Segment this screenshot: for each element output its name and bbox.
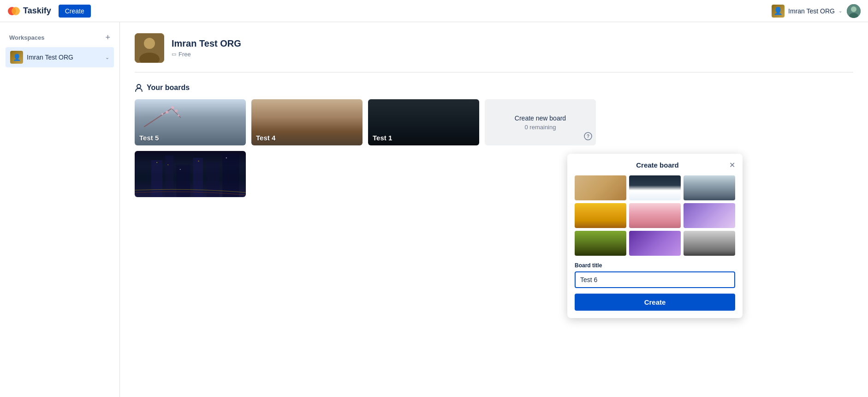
header-org-name: Imran Test ORG — [788, 7, 835, 15]
header-user-avatar[interactable] — [847, 4, 861, 18]
board-card-test4[interactable]: Test 4 — [251, 99, 363, 145]
board-card-test1[interactable]: Test 1 — [368, 99, 479, 145]
org-info: Imran Test ORG ▭ Free — [172, 38, 241, 58]
thumb-item-sunflower[interactable] — [575, 203, 626, 228]
svg-point-7 — [144, 38, 155, 49]
logo-text: Taskify — [23, 6, 51, 16]
logo-area: Taskify — [7, 5, 51, 18]
sidebar-section-title: Workspaces — [9, 34, 44, 41]
svg-point-3 — [851, 6, 856, 12]
board-card-bg-city — [135, 151, 246, 197]
svg-rect-24 — [222, 153, 239, 197]
thumb-item-planet[interactable] — [684, 203, 735, 228]
thumb-item-meadow[interactable] — [575, 231, 626, 256]
city-lights-decoration — [135, 151, 246, 197]
popup-header: Create board ✕ — [575, 161, 735, 169]
popup-title: Create board — [586, 161, 729, 169]
svg-rect-21 — [176, 165, 190, 197]
create-new-board-label: Create new board — [515, 114, 566, 122]
popup-close-button[interactable]: ✕ — [729, 162, 735, 169]
svg-rect-20 — [165, 156, 173, 197]
help-circle-icon: ? — [584, 132, 592, 140]
sidebar-workspace-name: Imran Test ORG — [27, 54, 101, 61]
sidebar-workspace-chevron-icon: ⌄ — [105, 54, 109, 60]
board-card-title-test5: Test 5 — [139, 134, 159, 142]
svg-point-14 — [166, 111, 168, 114]
svg-point-9 — [137, 84, 141, 88]
app-body: Workspaces + 👤 Imran Test ORG ⌄ — [0, 22, 868, 397]
svg-point-25 — [156, 162, 157, 163]
sidebar-add-workspace-button[interactable]: + — [105, 33, 110, 42]
org-header: Imran Test ORG ▭ Free — [135, 33, 853, 72]
header-right: 👤 Imran Test ORG ⌄ — [772, 4, 861, 18]
org-plan: ▭ Free — [172, 51, 241, 58]
svg-point-16 — [161, 113, 163, 115]
svg-point-15 — [178, 114, 179, 116]
main-content: Imran Test ORG ▭ Free Your boards — [120, 22, 868, 397]
svg-point-1 — [12, 7, 20, 15]
svg-rect-23 — [207, 162, 220, 197]
board-title-input[interactable] — [575, 271, 735, 288]
svg-point-28 — [198, 161, 199, 162]
org-avatar-image — [135, 33, 164, 63]
header-org-selector[interactable]: 👤 Imran Test ORG ⌄ — [772, 5, 842, 18]
sidebar-item-workspace[interactable]: 👤 Imran Test ORG ⌄ — [6, 47, 114, 67]
sidebar-header: Workspaces + — [6, 31, 114, 43]
board-card-bg-test4: Test 4 — [251, 99, 363, 145]
org-name: Imran Test ORG — [172, 38, 241, 49]
header: Taskify Create 👤 Imran Test ORG ⌄ — [0, 0, 868, 22]
svg-point-13 — [175, 109, 178, 112]
board-card-bg-test1: Test 1 — [368, 99, 479, 145]
org-plan-label: Free — [178, 51, 191, 58]
boards-heading-text: Your boards — [147, 84, 190, 92]
header-org-chevron-icon: ⌄ — [838, 8, 842, 13]
org-avatar-large — [135, 33, 164, 63]
sidebar-workspace-avatar: 👤 — [10, 51, 23, 64]
svg-rect-19 — [151, 160, 162, 197]
board-title-label: Board title — [575, 262, 735, 269]
thumb-item-cherry[interactable] — [629, 203, 681, 228]
svg-point-27 — [180, 169, 181, 170]
svg-text:?: ? — [587, 134, 589, 139]
board-card-title-test4: Test 4 — [256, 134, 275, 142]
decoration-branches — [144, 104, 181, 127]
svg-point-26 — [167, 164, 168, 165]
popup-create-button[interactable]: Create — [575, 294, 735, 311]
logo-icon — [7, 5, 20, 18]
thumbnail-grid — [575, 175, 735, 256]
svg-point-12 — [171, 106, 174, 109]
svg-rect-22 — [193, 158, 203, 197]
boards-grid: Test 5 Test 4 Test 1 Create — [135, 99, 596, 197]
plan-icon: ▭ — [172, 51, 176, 57]
thumb-item-aurora[interactable] — [629, 231, 681, 256]
header-create-button[interactable]: Create — [59, 5, 91, 18]
boards-section: Your boards — [135, 84, 853, 197]
create-board-remaining-label: 0 remaining — [525, 124, 556, 131]
thumb-item-mountains[interactable] — [629, 175, 681, 200]
board-card-title-test1: Test 1 — [373, 134, 392, 142]
create-board-card[interactable]: Create new board 0 remaining ? — [485, 99, 596, 145]
user-avatar-image — [847, 4, 861, 18]
boards-heading: Your boards — [135, 84, 853, 92]
board-card-bg: Test 5 — [135, 99, 246, 145]
header-org-avatar: 👤 — [772, 5, 785, 18]
svg-point-29 — [226, 157, 227, 158]
board-card-city[interactable] — [135, 151, 246, 197]
board-card-test5[interactable]: Test 5 — [135, 99, 246, 145]
boards-person-icon — [135, 84, 143, 92]
thumb-item-desert[interactable] — [575, 175, 626, 200]
create-board-help-icon[interactable]: ? — [584, 132, 592, 142]
thumb-item-rocky[interactable] — [684, 231, 735, 256]
sidebar: Workspaces + 👤 Imran Test ORG ⌄ — [0, 22, 120, 397]
thumb-item-cliff[interactable] — [684, 175, 735, 200]
create-board-popup: Create board ✕ Board title Create — [567, 154, 743, 318]
